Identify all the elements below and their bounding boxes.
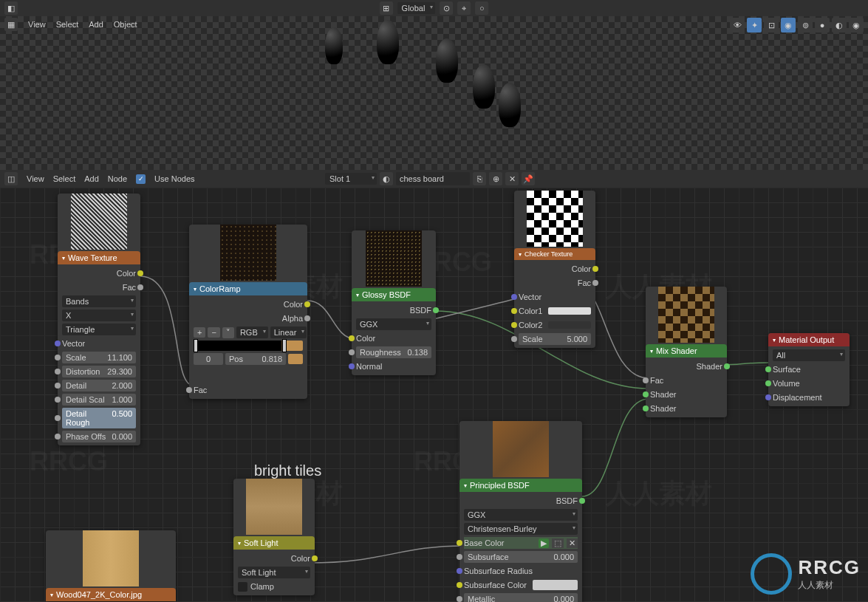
color2-swatch[interactable] xyxy=(548,321,591,329)
phase-field[interactable]: Phase Offs0.000 xyxy=(62,431,136,442)
mode-icon[interactable]: ▦ xyxy=(4,18,18,31)
selectability-icon[interactable]: 👁 xyxy=(730,18,745,33)
node-principled-bsdf[interactable]: Principled BSDF BSDF GGX Christensen-Bur… xyxy=(459,421,582,602)
clamp-checkbox[interactable] xyxy=(238,582,247,592)
gizmo-icon[interactable]: ✦ xyxy=(747,18,762,33)
node-header-bar[interactable]: Soft Light xyxy=(233,536,315,550)
node-glossy-bsdf[interactable]: Glossy BSDF BSDF GGX Color Roughness0.13… xyxy=(352,230,436,375)
dist-select[interactable]: GGX xyxy=(464,509,578,521)
misc-btn[interactable]: ⬚ xyxy=(552,538,564,548)
ramp-mode-select[interactable]: RGB xyxy=(236,326,268,338)
wave-type-select[interactable]: Bands xyxy=(62,295,136,307)
detail-field[interactable]: Detail2.000 xyxy=(62,380,136,391)
node-header-bar[interactable]: Wave Texture xyxy=(58,251,140,264)
node-header-bar[interactable]: Wood047_2K_Color.jpg xyxy=(46,588,176,601)
node-preview xyxy=(658,287,714,343)
menu-add[interactable]: Add xyxy=(89,20,103,29)
menu-view[interactable]: View xyxy=(27,174,44,183)
node-softlight[interactable]: Soft Light Color Soft Light Clamp xyxy=(233,479,315,595)
socket-label: Shader xyxy=(650,390,676,399)
socket-label: Volume xyxy=(773,379,800,388)
xray-icon[interactable]: ◉ xyxy=(781,18,796,33)
socket-label: Color xyxy=(356,334,375,343)
material-name-input[interactable] xyxy=(396,172,470,185)
close-btn[interactable]: ✕ xyxy=(567,538,578,548)
orientation-icon[interactable]: ⊞ xyxy=(380,1,393,15)
watermark-logo: RRCG人人素材 xyxy=(751,553,861,595)
ramp-pos-field[interactable]: Pos0.818 xyxy=(225,353,286,365)
wave-profile-select[interactable]: Triangle xyxy=(62,324,136,335)
node-checker-texture[interactable]: Checker Texture Color Fac Vector Color1 … xyxy=(514,191,595,348)
new-material-icon[interactable]: ⎘ xyxy=(473,172,486,185)
viewport-overlay-toolbar: 👁 ✦ ⊡ ◉ ⊚ ● ◐ ◉ xyxy=(730,18,864,33)
ramp-add-button[interactable]: + xyxy=(194,327,205,338)
detail-scale-field[interactable]: Detail Scal1.000 xyxy=(62,394,136,406)
duplicate-icon[interactable]: ⊕ xyxy=(489,172,502,185)
pivot-icon[interactable]: ⊙ xyxy=(440,1,453,15)
node-editor-header: ◫ View Select Add Node ✓ Use Nodes Slot … xyxy=(0,170,868,188)
menu-select[interactable]: Select xyxy=(56,20,79,29)
editor-type-icon[interactable]: ◫ xyxy=(4,172,18,185)
menu-view[interactable]: View xyxy=(28,20,46,29)
ramp-tools-button[interactable]: ˅ xyxy=(222,327,234,338)
socket-label: BSDF xyxy=(410,306,431,315)
node-header-bar[interactable]: Material Output xyxy=(768,333,850,346)
use-nodes-checkbox[interactable]: ✓ xyxy=(136,174,146,184)
ramp-color-swatch[interactable] xyxy=(288,354,303,364)
blend-select[interactable]: Soft Light xyxy=(238,567,310,578)
socket-label: Fac xyxy=(578,278,591,287)
ramp-gradient[interactable] xyxy=(194,341,303,351)
node-preview xyxy=(83,530,139,586)
node-mix-shader[interactable]: Mix Shader Shader Fac Shader Shader xyxy=(646,287,727,417)
menu-node[interactable]: Node xyxy=(108,174,127,183)
metallic-field[interactable]: Metallic0.000 xyxy=(464,593,578,602)
unlink-icon[interactable]: ✕ xyxy=(505,172,519,185)
color1-swatch[interactable] xyxy=(548,307,591,315)
viewport-3d[interactable] xyxy=(0,16,868,170)
proportional-icon[interactable]: ○ xyxy=(475,1,488,15)
glossy-dist-select[interactable]: GGX xyxy=(356,318,431,330)
node-wave-texture[interactable]: Wave Texture Color Fac Bands X Triangle … xyxy=(58,194,140,445)
socket-label: BSDF xyxy=(556,496,578,505)
node-header-bar[interactable]: ColorRamp xyxy=(189,282,307,295)
editor-type-icon[interactable]: ◧ xyxy=(4,1,18,15)
node-editor-canvas[interactable]: RRCG 人人素材 RRCG 人人素材 RRCG 人人素材 RRCG 人人素材 … xyxy=(0,188,868,602)
shading-matprev-icon[interactable]: ◐ xyxy=(832,18,847,33)
node-header-bar[interactable]: Checker Texture xyxy=(514,248,595,260)
orientation-dropdown[interactable]: Global xyxy=(397,2,436,14)
distortion-field[interactable]: Distortion29.300 xyxy=(62,366,136,377)
menu-object[interactable]: Object xyxy=(114,20,137,29)
sss-select[interactable]: Christensen-Burley xyxy=(464,523,578,535)
node-color-ramp[interactable]: ColorRamp Color Alpha + − ˅ RGB Linear 0… xyxy=(189,225,307,399)
detail-rough-field[interactable]: Detail Rough0.500 xyxy=(62,408,136,428)
pin-icon[interactable]: 📌 xyxy=(522,172,535,185)
node-header-bar[interactable]: Mix Shader xyxy=(646,344,727,358)
shading-solid-icon[interactable]: ● xyxy=(815,18,830,33)
wave-direction-select[interactable]: X xyxy=(62,309,136,321)
pawn-piece xyxy=(377,20,399,64)
menu-add[interactable]: Add xyxy=(84,174,99,183)
output-target-select[interactable]: All xyxy=(773,349,845,361)
socket-label: Color xyxy=(117,269,136,278)
node-header-bar[interactable]: Glossy BSDF xyxy=(352,288,436,301)
slot-dropdown[interactable]: Slot 1 xyxy=(325,173,377,185)
menu-select[interactable]: Select xyxy=(53,174,76,183)
scale-field[interactable]: Scale11.100 xyxy=(62,352,136,363)
snap-icon[interactable]: ⌖ xyxy=(457,1,471,15)
roughness-field[interactable]: Roughness0.138 xyxy=(356,346,431,358)
overlay-icon[interactable]: ⊡ xyxy=(764,18,779,33)
shading-render-icon[interactable]: ◉ xyxy=(849,18,864,33)
ramp-index[interactable]: 0 xyxy=(194,353,223,365)
node-header-bar[interactable]: Principled BSDF xyxy=(459,479,582,492)
ramp-interp-select[interactable]: Linear xyxy=(270,326,307,338)
checker-scale-field[interactable]: Scale5.000 xyxy=(519,333,591,345)
play-btn[interactable]: ▶ xyxy=(539,538,549,548)
subsurface-field[interactable]: Subsurface0.000 xyxy=(464,551,578,563)
subsurface-color-swatch[interactable] xyxy=(533,580,578,590)
shading-wire-icon[interactable]: ⊚ xyxy=(798,18,813,33)
ramp-remove-button[interactable]: − xyxy=(208,327,219,338)
material-browse-icon[interactable]: ◐ xyxy=(380,172,393,185)
node-image-texture[interactable]: Wood047_2K_Color.jpg xyxy=(46,530,176,601)
socket-label: Color xyxy=(284,300,303,309)
node-material-output[interactable]: Material Output All Surface Volume Displ… xyxy=(768,333,850,406)
